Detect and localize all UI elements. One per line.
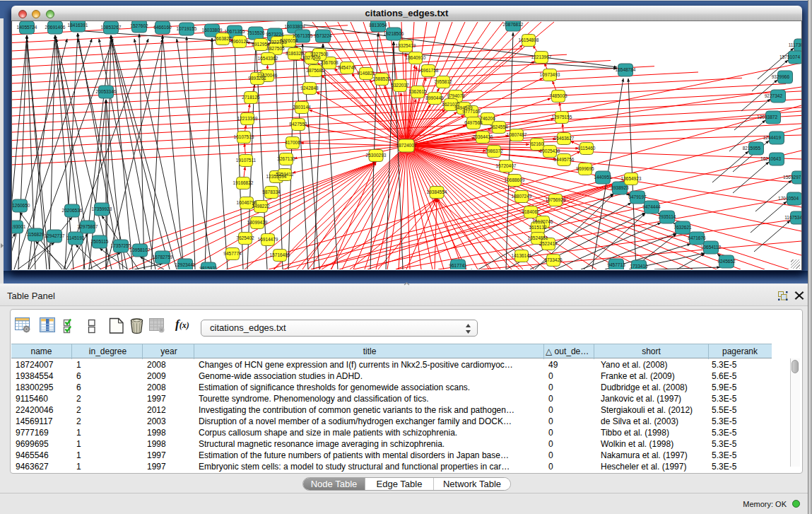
svg-text:9794078: 9794078 (447, 93, 465, 98)
svg-text:10958107: 10958107 (130, 247, 151, 252)
svg-text:7986372: 7986372 (485, 148, 503, 153)
svg-text:9115460: 9115460 (578, 146, 596, 151)
svg-text:9327508: 9327508 (310, 52, 329, 57)
svg-text:21260650: 21260650 (12, 203, 30, 208)
svg-text:3960124: 3960124 (230, 39, 249, 44)
svg-text:10853267: 10853267 (101, 25, 122, 30)
svg-text:12975155: 12975155 (552, 115, 572, 119)
svg-text:18807249: 18807249 (512, 194, 532, 199)
svg-text:19107511: 19107511 (236, 158, 257, 163)
svg-text:3498222: 3498222 (252, 204, 270, 209)
svg-text:1244419: 1244419 (763, 135, 782, 140)
svg-text:9227342: 9227342 (765, 93, 783, 98)
svg-text:15716485: 15716485 (270, 252, 290, 257)
svg-text:2803144: 2803144 (293, 105, 311, 110)
svg-text:18416391: 18416391 (68, 23, 88, 28)
svg-text:20691406: 20691406 (45, 25, 66, 30)
svg-text:6497568: 6497568 (464, 120, 483, 125)
svg-text:1117304: 1117304 (789, 42, 801, 47)
svg-text:8427552: 8427552 (289, 122, 307, 127)
svg-text:32975867: 32975867 (78, 224, 98, 229)
svg-text:12213369: 12213369 (237, 116, 258, 121)
svg-text:20206536: 20206536 (62, 208, 83, 213)
svg-text:2522414: 2522414 (539, 241, 558, 246)
svg-text:1156829: 1156829 (27, 232, 45, 237)
svg-text:6479197: 6479197 (628, 194, 647, 199)
svg-text:12923448: 12923448 (175, 262, 196, 267)
svg-text:20876812: 20876812 (503, 22, 524, 27)
svg-text:16033809: 16033809 (285, 24, 305, 29)
svg-text:8471676: 8471676 (688, 235, 706, 240)
svg-text:2718126: 2718126 (242, 95, 260, 100)
svg-text:10688609: 10688609 (505, 177, 525, 182)
svg-text:9329966: 9329966 (772, 74, 790, 79)
svg-text:18640910: 18640910 (406, 55, 426, 60)
svg-text:16543362: 16543362 (258, 56, 278, 61)
svg-text:17010504: 17010504 (778, 196, 799, 201)
svg-text:19756928: 19756928 (546, 197, 566, 202)
svg-text:1167534: 1167534 (784, 215, 801, 220)
svg-text:62160: 62160 (531, 141, 543, 146)
svg-text:16210643: 16210643 (760, 156, 781, 161)
svg-text:9184067: 9184067 (522, 209, 540, 214)
svg-text:8938923: 8938923 (611, 185, 629, 190)
svg-text:17357255: 17357255 (111, 243, 131, 248)
svg-text:14136141: 14136141 (512, 253, 532, 258)
svg-text:18724007: 18724007 (396, 143, 417, 148)
svg-text:9457713: 9457713 (607, 262, 625, 267)
svg-text:9474444: 9474444 (642, 204, 661, 209)
svg-text:5322037: 5322037 (391, 83, 409, 88)
svg-text:12942737: 12942737 (45, 233, 65, 238)
svg-text:3624554: 3624554 (490, 124, 508, 129)
svg-text:1733426: 1733426 (544, 257, 563, 262)
svg-text:7485003: 7485003 (549, 93, 567, 98)
svg-text:1733410: 1733410 (630, 264, 648, 269)
svg-text:8215955: 8215955 (743, 146, 761, 151)
svg-text:25300293: 25300293 (366, 153, 387, 158)
svg-text:9815931: 9815931 (199, 266, 218, 269)
svg-text:10973493: 10973493 (540, 72, 560, 77)
svg-text:14055724: 14055724 (17, 25, 37, 30)
svg-text:16548784: 16548784 (616, 67, 636, 72)
svg-text:16154808: 16154808 (519, 37, 539, 42)
svg-text:9242848: 9242848 (300, 86, 319, 90)
svg-text:8990448: 8990448 (425, 95, 444, 100)
svg-text:15720407: 15720407 (496, 163, 517, 168)
svg-text:10671355: 10671355 (293, 33, 313, 38)
svg-text:7955812: 7955812 (434, 79, 452, 84)
svg-text:9699695: 9699695 (576, 166, 594, 171)
svg-text:5359412: 5359412 (276, 172, 294, 177)
svg-text:14099439: 14099439 (247, 220, 268, 225)
svg-text:9617741: 9617741 (449, 263, 467, 268)
svg-text:3267130: 3267130 (277, 156, 295, 161)
svg-text:14495756: 14495756 (554, 157, 575, 162)
svg-text:7632621: 7632621 (673, 225, 692, 230)
svg-text:7515526: 7515526 (247, 30, 265, 35)
svg-text:1362615: 1362615 (408, 89, 427, 94)
svg-text:7625402: 7625402 (236, 235, 254, 240)
svg-text:9573224: 9573224 (314, 33, 332, 38)
svg-text:19384554: 19384554 (427, 189, 447, 194)
svg-text:9245652: 9245652 (717, 259, 736, 264)
svg-text:2505115: 2505115 (91, 239, 109, 244)
svg-text:5878334: 5878334 (262, 189, 281, 194)
svg-text:16914479: 16914479 (258, 237, 278, 242)
svg-text:13654923: 13654923 (621, 176, 642, 181)
svg-text:2367608: 2367608 (320, 60, 339, 65)
svg-text:5226058: 5226058 (280, 38, 298, 43)
svg-text:15692971: 15692971 (783, 175, 801, 180)
svg-text:1527602: 1527602 (130, 23, 148, 28)
svg-text:1615132: 1615132 (529, 225, 547, 230)
svg-text:16782759: 16782759 (153, 255, 173, 259)
svg-text:3827505: 3827505 (266, 46, 285, 51)
svg-text:15751074: 15751074 (779, 54, 800, 59)
svg-text:16033809: 16033809 (202, 28, 223, 33)
svg-text:20053346: 20053346 (96, 89, 117, 94)
svg-text:39193001: 39193001 (12, 224, 26, 229)
svg-text:20364436: 20364436 (473, 134, 493, 139)
svg-text:3875685: 3875685 (306, 68, 324, 73)
svg-text:417006: 417006 (285, 140, 300, 145)
svg-text:17359928: 17359928 (92, 206, 112, 211)
svg-text:9777169: 9777169 (462, 109, 481, 114)
svg-text:6466160: 6466160 (153, 25, 172, 30)
